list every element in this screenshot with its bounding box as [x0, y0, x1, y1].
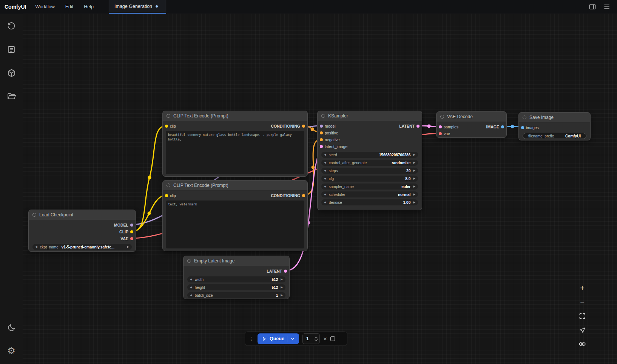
slot-dot-vae[interactable]	[439, 132, 442, 135]
node-header[interactable]: VAE Decode	[437, 112, 506, 122]
widget-cfg[interactable]: ◀ cfg 8.0 ▶	[321, 176, 418, 182]
node-header[interactable]: KSampler	[318, 111, 422, 121]
slot-dot-model[interactable]	[320, 125, 323, 128]
prev-value-icon[interactable]: ◀	[324, 161, 326, 164]
increment-icon[interactable]: ▶	[281, 294, 283, 297]
collapse-dot-icon[interactable]	[167, 184, 170, 187]
zoom-in-button[interactable]: +	[577, 283, 587, 293]
decrement-count-icon[interactable]	[315, 339, 318, 341]
slot-dot-image[interactable]	[521, 126, 524, 129]
decrement-icon[interactable]: ◀	[324, 201, 326, 204]
node-empty-latent-image[interactable]: Empty Latent Image LATENT ◀ width 512 ▶ …	[183, 256, 290, 299]
decrement-icon[interactable]: ◀	[324, 177, 326, 180]
widget-batch-size[interactable]: ◀ batch_size 1 ▶	[187, 292, 285, 298]
slot-dot-vae[interactable]	[130, 237, 133, 240]
slot-dot-clip[interactable]	[130, 230, 133, 233]
widget-scheduler[interactable]: ◀ scheduler normal ▶	[321, 191, 418, 197]
slot-dot-conditioning[interactable]	[302, 194, 305, 197]
tab-image-generation[interactable]: Image Generation	[109, 0, 166, 14]
widget-height[interactable]: ◀ height 512 ▶	[187, 284, 285, 290]
widget-sampler-name[interactable]: ◀ sampler_name euler ▶	[321, 184, 418, 190]
prompt-textarea[interactable]: text, watermark	[166, 201, 304, 248]
next-value-icon[interactable]: ▶	[413, 161, 415, 164]
collapse-dot-icon[interactable]	[167, 114, 170, 118]
increment-icon[interactable]: ▶	[281, 286, 283, 289]
node-header[interactable]: Empty Latent Image	[184, 256, 289, 266]
next-value-icon[interactable]: ▶	[413, 193, 415, 196]
next-value-icon[interactable]: ▶	[413, 185, 415, 188]
slot-dot-conditioning[interactable]	[302, 125, 305, 128]
decrement-icon[interactable]: ◀	[324, 153, 326, 156]
select-mode-button[interactable]	[577, 325, 587, 335]
chevron-down-icon[interactable]	[290, 336, 295, 341]
increment-icon[interactable]: ▶	[413, 153, 415, 156]
slot-dot-latent[interactable]	[416, 125, 420, 128]
collapse-dot-icon[interactable]	[187, 259, 191, 263]
widget-seed[interactable]: ◀ seed 156680208700286 ▶	[321, 152, 418, 158]
zoom-out-button[interactable]: −	[577, 297, 587, 307]
slot-dot-latent[interactable]	[284, 270, 287, 273]
slot-dot-conditioning[interactable]	[320, 131, 323, 134]
toggle-visibility-button[interactable]	[577, 339, 587, 349]
increment-icon[interactable]: ▶	[413, 177, 415, 180]
collapse-dot-icon[interactable]	[440, 115, 444, 119]
widget-width[interactable]: ◀ width 512 ▶	[187, 276, 285, 282]
widget-ckpt-name[interactable]: ◀ ckpt_name v1-5-pruned-emaonly.safete..…	[32, 244, 132, 250]
drag-handle[interactable]: ⋮	[249, 336, 254, 341]
batch-count-input[interactable]: 1	[302, 333, 320, 344]
node-save-image[interactable]: Save Image images filename_prefix ComfyU…	[518, 112, 591, 140]
node-ksampler[interactable]: KSampler model LATENT positive negative …	[317, 111, 422, 210]
next-value-icon[interactable]: ▶	[127, 245, 129, 248]
theme-toggle-button[interactable]	[5, 321, 18, 334]
node-load-checkpoint[interactable]: Load Checkpoint MODEL CLIP VAE ◀ ckpt_na…	[28, 210, 136, 252]
widget-filename-prefix[interactable]: filename_prefix ComfyUI	[523, 133, 586, 139]
decrement-icon[interactable]: ◀	[324, 169, 326, 172]
collapse-dot-icon[interactable]	[523, 116, 526, 119]
increment-icon[interactable]: ▶	[281, 278, 283, 281]
fit-view-button[interactable]	[577, 311, 587, 321]
slot-dot-model[interactable]	[130, 224, 133, 227]
node-header[interactable]: CLIP Text Encode (Prompt)	[163, 180, 307, 191]
slot-dot-clip[interactable]	[165, 194, 168, 197]
collapse-dot-icon[interactable]	[321, 114, 325, 118]
slot-dot-latent[interactable]	[439, 125, 442, 128]
node-clip-text-encode-positive[interactable]: CLIP Text Encode (Prompt) clip CONDITION…	[162, 111, 308, 177]
decrement-icon[interactable]: ◀	[190, 294, 192, 297]
node-vae-decode[interactable]: VAE Decode samples IMAGE vae	[436, 111, 507, 138]
node-canvas[interactable]: Load Checkpoint MODEL CLIP VAE ◀ ckpt_na…	[23, 14, 617, 364]
stop-button[interactable]	[330, 336, 335, 341]
prev-value-icon[interactable]: ◀	[35, 245, 37, 248]
increment-icon[interactable]: ▶	[413, 169, 415, 172]
prev-value-icon[interactable]: ◀	[324, 185, 326, 188]
node-header[interactable]: Load Checkpoint	[29, 210, 136, 220]
widget-control-after-generate[interactable]: ◀ control_after_generate randomize ▶	[321, 160, 418, 166]
collapse-dot-icon[interactable]	[32, 213, 36, 217]
main-menu-button[interactable]	[601, 2, 612, 12]
slot-dot-conditioning[interactable]	[320, 138, 323, 141]
decrement-icon[interactable]: ◀	[190, 286, 192, 289]
history-button[interactable]	[5, 20, 18, 32]
increment-icon[interactable]: ▶	[413, 201, 415, 204]
prompt-textarea[interactable]: beautiful scenery nature glass bottle la…	[166, 131, 304, 174]
toggle-panel-button[interactable]	[587, 2, 598, 12]
node-header[interactable]: CLIP Text Encode (Prompt)	[163, 111, 307, 121]
increment-count-icon[interactable]	[315, 336, 318, 339]
slot-dot-image[interactable]	[501, 125, 504, 128]
clear-queue-button[interactable]: ×	[323, 336, 327, 342]
queue-button[interactable]: Queue	[258, 333, 299, 344]
model-library-button[interactable]	[5, 66, 18, 79]
slot-dot-clip[interactable]	[165, 125, 168, 128]
node-clip-text-encode-negative[interactable]: CLIP Text Encode (Prompt) clip CONDITION…	[162, 180, 308, 251]
prev-value-icon[interactable]: ◀	[324, 193, 326, 196]
widget-denoise[interactable]: ◀ denoise 1.00 ▶	[321, 199, 418, 205]
menu-help[interactable]: Help	[84, 4, 94, 9]
queue-panel-button[interactable]	[5, 43, 18, 56]
menu-edit[interactable]: Edit	[65, 4, 74, 9]
node-header[interactable]: Save Image	[519, 113, 590, 123]
workflows-button[interactable]	[5, 90, 18, 103]
settings-button[interactable]: ⚙	[5, 344, 18, 357]
menu-workflow[interactable]: Workflow	[35, 4, 55, 9]
slot-dot-latent[interactable]	[320, 145, 323, 148]
widget-steps[interactable]: ◀ steps 20 ▶	[321, 168, 418, 174]
decrement-icon[interactable]: ◀	[190, 278, 192, 281]
